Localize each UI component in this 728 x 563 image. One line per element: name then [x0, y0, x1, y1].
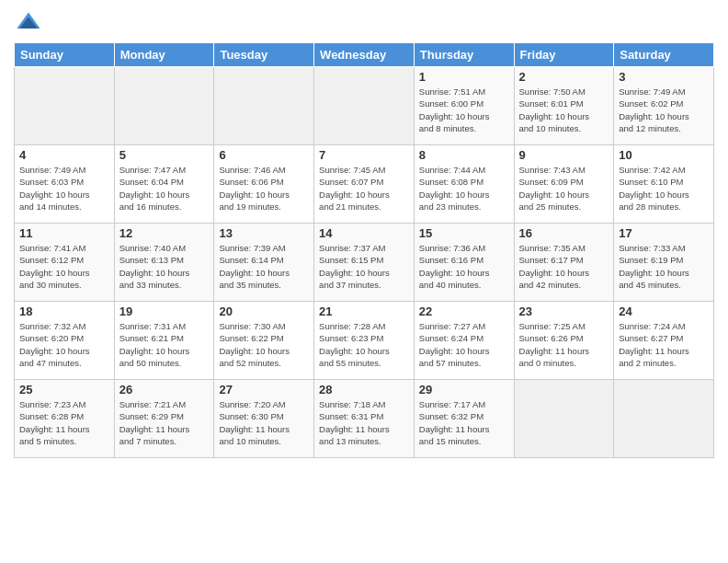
day-number: 5: [119, 148, 210, 162]
day-info: Sunrise: 7:37 AM Sunset: 6:15 PM Dayligh…: [319, 242, 409, 291]
day-info: Sunrise: 7:43 AM Sunset: 6:09 PM Dayligh…: [519, 164, 609, 213]
calendar-cell: 4Sunrise: 7:49 AM Sunset: 6:03 PM Daylig…: [15, 145, 115, 224]
calendar-cell: 12Sunrise: 7:40 AM Sunset: 6:13 PM Dayli…: [114, 224, 214, 302]
day-info: Sunrise: 7:41 AM Sunset: 6:12 PM Dayligh…: [19, 242, 109, 291]
calendar-cell: [514, 380, 614, 458]
week-row-1: 4Sunrise: 7:49 AM Sunset: 6:03 PM Daylig…: [15, 145, 714, 224]
calendar-cell: 18Sunrise: 7:32 AM Sunset: 6:20 PM Dayli…: [15, 302, 115, 380]
calendar-cell: [614, 380, 714, 458]
header: [14, 9, 714, 35]
calendar-cell: 3Sunrise: 7:49 AM Sunset: 6:02 PM Daylig…: [614, 67, 714, 145]
calendar-cell: 22Sunrise: 7:27 AM Sunset: 6:24 PM Dayli…: [414, 302, 514, 380]
calendar-cell: 17Sunrise: 7:33 AM Sunset: 6:19 PM Dayli…: [614, 224, 714, 302]
calendar-cell: 16Sunrise: 7:35 AM Sunset: 6:17 PM Dayli…: [514, 224, 614, 302]
weekday-saturday: Saturday: [614, 43, 714, 67]
weekday-friday: Friday: [514, 43, 614, 67]
page: SundayMondayTuesdayWednesdayThursdayFrid…: [0, 0, 728, 563]
week-row-0: 1Sunrise: 7:51 AM Sunset: 6:00 PM Daylig…: [15, 67, 714, 145]
day-info: Sunrise: 7:47 AM Sunset: 6:04 PM Dayligh…: [119, 164, 210, 213]
weekday-wednesday: Wednesday: [314, 43, 415, 67]
day-number: 8: [419, 148, 509, 162]
day-info: Sunrise: 7:49 AM Sunset: 6:03 PM Dayligh…: [19, 164, 109, 213]
weekday-thursday: Thursday: [414, 43, 514, 67]
calendar-cell: [114, 67, 214, 145]
day-number: 2: [519, 70, 609, 84]
day-number: 12: [119, 226, 210, 240]
day-info: Sunrise: 7:24 AM Sunset: 6:27 PM Dayligh…: [619, 320, 709, 369]
calendar-cell: 23Sunrise: 7:25 AM Sunset: 6:26 PM Dayli…: [514, 302, 614, 380]
day-info: Sunrise: 7:20 AM Sunset: 6:30 PM Dayligh…: [219, 398, 309, 447]
day-number: 26: [119, 383, 210, 396]
day-number: 3: [619, 70, 709, 84]
day-info: Sunrise: 7:28 AM Sunset: 6:23 PM Dayligh…: [319, 320, 409, 369]
week-row-3: 18Sunrise: 7:32 AM Sunset: 6:20 PM Dayli…: [15, 302, 714, 380]
day-number: 9: [519, 148, 609, 162]
weekday-monday: Monday: [114, 43, 214, 67]
day-number: 25: [19, 383, 109, 396]
calendar-cell: 29Sunrise: 7:17 AM Sunset: 6:32 PM Dayli…: [414, 380, 514, 458]
calendar-cell: [15, 67, 115, 145]
week-row-4: 25Sunrise: 7:23 AM Sunset: 6:28 PM Dayli…: [15, 380, 714, 458]
calendar-cell: 7Sunrise: 7:45 AM Sunset: 6:07 PM Daylig…: [314, 145, 415, 224]
day-number: 29: [419, 383, 509, 396]
day-number: 4: [19, 148, 109, 162]
day-number: 27: [219, 383, 309, 396]
calendar-cell: 26Sunrise: 7:21 AM Sunset: 6:29 PM Dayli…: [114, 380, 214, 458]
day-number: 1: [419, 70, 509, 84]
day-number: 24: [619, 304, 709, 318]
day-info: Sunrise: 7:45 AM Sunset: 6:07 PM Dayligh…: [319, 164, 409, 213]
day-number: 18: [19, 304, 109, 318]
day-number: 6: [219, 148, 309, 162]
calendar-cell: 24Sunrise: 7:24 AM Sunset: 6:27 PM Dayli…: [614, 302, 714, 380]
day-info: Sunrise: 7:21 AM Sunset: 6:29 PM Dayligh…: [119, 398, 210, 447]
calendar-cell: 11Sunrise: 7:41 AM Sunset: 6:12 PM Dayli…: [15, 224, 115, 302]
day-info: Sunrise: 7:35 AM Sunset: 6:17 PM Dayligh…: [519, 242, 609, 291]
day-number: 17: [619, 226, 709, 240]
calendar-cell: 6Sunrise: 7:46 AM Sunset: 6:06 PM Daylig…: [214, 145, 314, 224]
calendar-cell: 8Sunrise: 7:44 AM Sunset: 6:08 PM Daylig…: [414, 145, 514, 224]
day-info: Sunrise: 7:51 AM Sunset: 6:00 PM Dayligh…: [419, 86, 509, 134]
week-row-2: 11Sunrise: 7:41 AM Sunset: 6:12 PM Dayli…: [15, 224, 714, 302]
day-number: 28: [319, 383, 409, 396]
calendar-cell: 13Sunrise: 7:39 AM Sunset: 6:14 PM Dayli…: [214, 224, 314, 302]
calendar-cell: 19Sunrise: 7:31 AM Sunset: 6:21 PM Dayli…: [114, 302, 214, 380]
day-info: Sunrise: 7:25 AM Sunset: 6:26 PM Dayligh…: [519, 320, 609, 369]
calendar-cell: 1Sunrise: 7:51 AM Sunset: 6:00 PM Daylig…: [414, 67, 514, 145]
day-info: Sunrise: 7:30 AM Sunset: 6:22 PM Dayligh…: [219, 320, 309, 369]
day-info: Sunrise: 7:44 AM Sunset: 6:08 PM Dayligh…: [419, 164, 509, 213]
calendar-cell: [214, 67, 314, 145]
calendar-cell: 10Sunrise: 7:42 AM Sunset: 6:10 PM Dayli…: [614, 145, 714, 224]
day-info: Sunrise: 7:18 AM Sunset: 6:31 PM Dayligh…: [319, 398, 409, 447]
day-info: Sunrise: 7:42 AM Sunset: 6:10 PM Dayligh…: [619, 164, 709, 213]
calendar-cell: 5Sunrise: 7:47 AM Sunset: 6:04 PM Daylig…: [114, 145, 214, 224]
calendar-cell: [314, 67, 415, 145]
day-number: 15: [419, 226, 509, 240]
logo-icon: [16, 9, 41, 35]
weekday-header-row: SundayMondayTuesdayWednesdayThursdayFrid…: [15, 43, 714, 67]
day-number: 14: [319, 226, 409, 240]
day-info: Sunrise: 7:46 AM Sunset: 6:06 PM Dayligh…: [219, 164, 309, 213]
calendar-cell: 2Sunrise: 7:50 AM Sunset: 6:01 PM Daylig…: [514, 67, 614, 145]
day-info: Sunrise: 7:27 AM Sunset: 6:24 PM Dayligh…: [419, 320, 509, 369]
day-number: 16: [519, 226, 609, 240]
day-number: 19: [119, 304, 210, 318]
calendar-table: SundayMondayTuesdayWednesdayThursdayFrid…: [14, 42, 714, 458]
weekday-tuesday: Tuesday: [214, 43, 314, 67]
day-number: 11: [19, 226, 109, 240]
calendar-cell: 14Sunrise: 7:37 AM Sunset: 6:15 PM Dayli…: [314, 224, 415, 302]
calendar-cell: 28Sunrise: 7:18 AM Sunset: 6:31 PM Dayli…: [314, 380, 415, 458]
day-number: 13: [219, 226, 309, 240]
day-info: Sunrise: 7:40 AM Sunset: 6:13 PM Dayligh…: [119, 242, 210, 291]
day-number: 23: [519, 304, 609, 318]
day-number: 21: [319, 304, 409, 318]
day-number: 10: [619, 148, 709, 162]
calendar-cell: 20Sunrise: 7:30 AM Sunset: 6:22 PM Dayli…: [214, 302, 314, 380]
calendar-cell: 21Sunrise: 7:28 AM Sunset: 6:23 PM Dayli…: [314, 302, 415, 380]
day-info: Sunrise: 7:50 AM Sunset: 6:01 PM Dayligh…: [519, 86, 609, 134]
weekday-sunday: Sunday: [15, 43, 115, 67]
day-info: Sunrise: 7:23 AM Sunset: 6:28 PM Dayligh…: [19, 398, 109, 447]
day-number: 22: [419, 304, 509, 318]
calendar-cell: 25Sunrise: 7:23 AM Sunset: 6:28 PM Dayli…: [15, 380, 115, 458]
logo: [14, 9, 43, 35]
day-info: Sunrise: 7:17 AM Sunset: 6:32 PM Dayligh…: [419, 398, 509, 447]
